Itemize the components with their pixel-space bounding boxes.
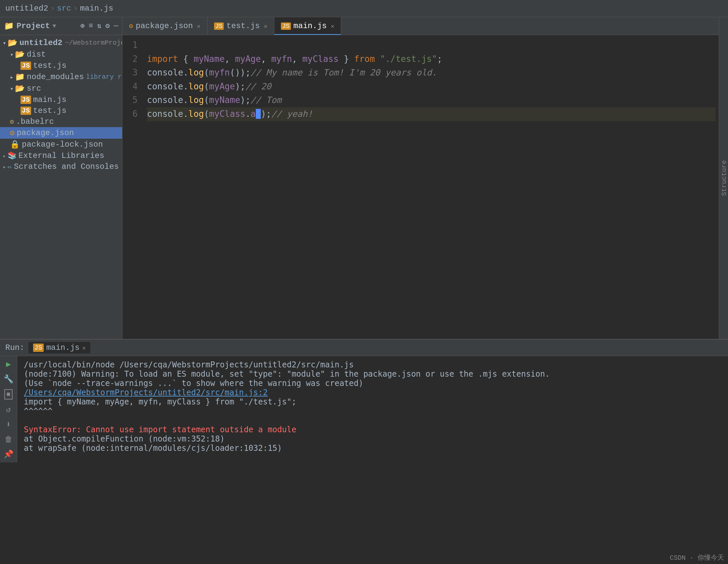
tab-icon-package-json: ⚙	[129, 22, 133, 30]
sidebar-header-icons: ⊕ ≡ ⇅ ⚙ —	[80, 22, 118, 30]
editor-area: 📁 Project ▼ ⊕ ≡ ⇅ ⚙ — ▾ 📂 untitled2	[0, 17, 728, 339]
label-node-modules: node_modules	[27, 72, 84, 81]
settings-icon[interactable]: ⚙	[106, 22, 110, 30]
collapse-all-icon[interactable]: ≡	[89, 22, 93, 30]
run-tab-label: main.js	[46, 343, 80, 352]
label-main-js: main.js	[33, 95, 67, 104]
tree-item-babelrc[interactable]: ⚙ .babelrc	[0, 116, 122, 127]
arrow-ext-lib: ▸	[3, 152, 6, 160]
run-output-line-4[interactable]: /Users/cqa/WebstormProjects/untitled2/sr…	[24, 388, 721, 397]
run-tab[interactable]: JS main.js ✕	[28, 342, 91, 353]
label-untitled2: untitled2	[20, 38, 63, 47]
tab-label-package-json: package.json	[136, 22, 193, 30]
expand-icon[interactable]: ⇅	[97, 22, 101, 30]
run-output-line-5: import { myName, myAge, myfn, myClass } …	[24, 397, 721, 406]
run-output-line-10: at wrapSafe (node:internal/modules/cjs/l…	[24, 444, 721, 453]
tree-item-dist[interactable]: ▾ 📂 dist	[0, 49, 122, 60]
arrow-untitled2: ▾	[3, 39, 6, 47]
run-output-line-7	[24, 416, 721, 425]
run-trash-icon[interactable]: 🗑	[5, 435, 13, 444]
run-scroll-icon[interactable]: ⬇	[6, 420, 11, 429]
tree-item-src-testjs[interactable]: JS test.js	[0, 105, 122, 116]
run-stop-icon[interactable]: ■	[4, 389, 12, 399]
breadcrumb-sep1: ›	[50, 4, 55, 13]
label-scratches: Scratches and Consoles	[14, 162, 119, 171]
line-num-5: 5	[122, 93, 138, 107]
breadcrumb: untitled2 › src › main.js	[5, 4, 113, 13]
sidebar-title-area: 📁 Project ▼	[4, 21, 56, 31]
line-num-2: 2	[122, 52, 138, 66]
sidebar-header: 📁 Project ▼ ⊕ ≡ ⇅ ⚙ —	[0, 17, 122, 35]
tab-label-main-js: main.js	[294, 22, 327, 30]
arrow-node-modules: ▸	[10, 73, 14, 81]
folder-icon-untitled2: 📂	[8, 38, 18, 48]
tree-item-package-lock[interactable]: 🔒 package-lock.json	[0, 139, 122, 150]
label-dist: dist	[27, 50, 46, 59]
scratch-icon: ✏️	[8, 162, 12, 171]
breadcrumb-project: untitled2	[5, 4, 48, 13]
tree-item-package-json[interactable]: ⚙ package.json	[0, 127, 122, 139]
close-sidebar-icon[interactable]: —	[114, 22, 118, 30]
run-output: /usr/local/bin/node /Users/cqa/WebstormP…	[17, 356, 728, 462]
tree-item-src[interactable]: ▾ 📂 src	[0, 83, 122, 94]
label-src: src	[27, 84, 41, 93]
tab-main-js[interactable]: JS main.js ✕	[274, 17, 341, 35]
line-num-6: 6	[122, 107, 138, 121]
js-icon-main: JS	[21, 96, 31, 104]
run-output-line-8: SyntaxError: Cannot use import statement…	[24, 425, 721, 434]
run-left-icons: ▶ 🔧 ■ ↺ ⬇ 🗑 📌	[0, 356, 17, 462]
tab-bar: ⚙ package.json ✕ JS test.js ✕ JS main.js…	[122, 17, 719, 35]
tree-item-node-modules[interactable]: ▸ 📁 node_modules library root	[0, 71, 122, 83]
babelrc-icon: ⚙	[10, 117, 14, 126]
tab-test-js[interactable]: JS test.js ✕	[207, 17, 274, 35]
structure-label: Structure	[720, 160, 728, 196]
label-node-modules-badge: library root	[86, 73, 122, 81]
code-editor[interactable]: 1 2 3 4 5 6 import { myName, myAge, myfn…	[122, 35, 719, 339]
run-rerun-icon[interactable]: ↺	[6, 405, 11, 414]
run-tab-close[interactable]: ✕	[82, 344, 86, 352]
tree-item-scratches[interactable]: ▸ ✏️ Scratches and Consoles	[0, 161, 122, 172]
tab-close-main-js[interactable]: ✕	[331, 23, 334, 30]
tab-close-package-json[interactable]: ✕	[197, 23, 201, 30]
run-header: Run: JS main.js ✕	[0, 340, 728, 356]
sidebar-dropdown-arrow[interactable]: ▼	[53, 23, 56, 29]
run-sidebar-container: ▶ 🔧 ■ ↺ ⬇ 🗑 📌 /usr/local/bin/node /Users…	[0, 356, 728, 462]
run-label: Run:	[5, 343, 24, 352]
locate-icon[interactable]: ⊕	[80, 22, 85, 30]
main-layout: 📁 Project ▼ ⊕ ≡ ⇅ ⚙ — ▾ 📂 untitled2	[0, 17, 728, 564]
code-line-1	[147, 38, 715, 52]
code-line-4: console.log(myAge);// 20	[147, 80, 715, 94]
tree-item-untitled2[interactable]: ▾ 📂 untitled2 ~/WebstormProjects/untitle…	[0, 37, 122, 49]
tree-item-main-js[interactable]: JS main.js	[0, 94, 122, 105]
label-package-json: package.json	[17, 128, 74, 137]
sidebar: 📁 Project ▼ ⊕ ≡ ⇅ ⚙ — ▾ 📂 untitled2	[0, 17, 122, 339]
run-wrench-icon[interactable]: 🔧	[4, 374, 14, 384]
run-play-icon[interactable]: ▶	[6, 359, 11, 369]
run-pin-icon[interactable]: 📌	[4, 449, 14, 459]
code-line-2: import { myName, myAge, myfn, myClass } …	[147, 52, 715, 66]
label-dist-testjs: test.js	[33, 61, 67, 70]
right-strip: Structure	[719, 17, 728, 339]
run-output-line-3: (Use `node --trace-warnings ...` to show…	[24, 379, 721, 388]
line-numbers: 1 2 3 4 5 6	[122, 35, 142, 339]
arrow-dist: ▾	[10, 51, 14, 58]
tree-item-dist-testjs[interactable]: JS test.js	[0, 60, 122, 71]
code-content[interactable]: import { myName, myAge, myfn, myClass } …	[142, 35, 719, 339]
tab-label-test-js: test.js	[226, 22, 260, 30]
folder-icon-node-modules: 📁	[15, 72, 25, 82]
label-untitled2-path: ~/WebstormProjects/untitled2	[65, 39, 122, 47]
js-icon-dist-test: JS	[21, 62, 31, 70]
lock-icon-package-lock: 🔒	[10, 140, 20, 149]
sidebar-title: Project	[17, 22, 50, 30]
label-package-lock: package-lock.json	[22, 140, 103, 149]
tab-package-json[interactable]: ⚙ package.json ✕	[122, 17, 207, 35]
tab-icon-main-js: JS	[281, 23, 291, 30]
tree-item-external-libs[interactable]: ▸ 📚 External Libraries	[0, 150, 122, 161]
tab-close-test-js[interactable]: ✕	[264, 23, 267, 30]
code-line-3: console.log(myfn());// My name is Tom! I…	[147, 66, 715, 80]
arrow-src: ▾	[10, 85, 14, 92]
code-line-6: console.log(myClass.a );// yeah!	[147, 107, 715, 121]
line-num-3: 3	[122, 66, 138, 80]
label-babelrc: .babelrc	[16, 117, 54, 126]
breadcrumb-file: main.js	[80, 4, 114, 13]
